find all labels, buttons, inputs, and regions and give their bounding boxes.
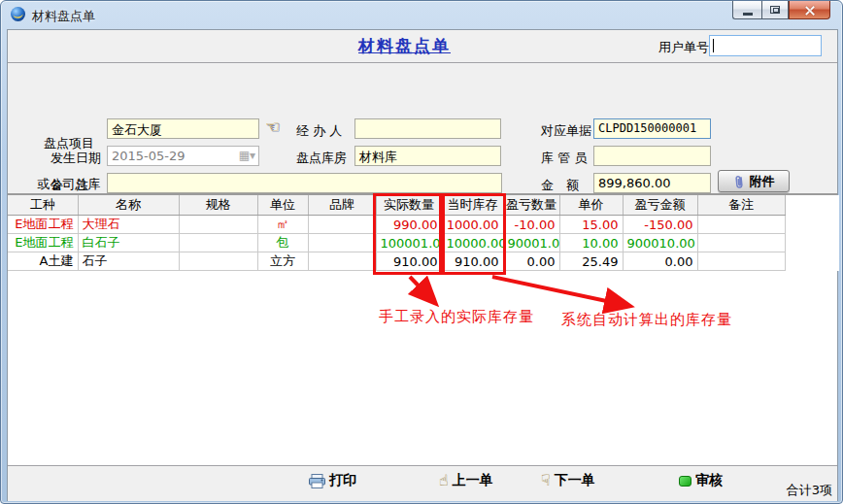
cell[interactable]: A土建 <box>8 252 78 271</box>
cell[interactable]: 25.49 <box>559 252 623 271</box>
cell[interactable] <box>179 216 257 234</box>
cell[interactable]: 包 <box>257 234 308 252</box>
window-controls <box>732 1 830 20</box>
chevron-down-icon: ▾ <box>250 149 255 162</box>
maximize-button[interactable] <box>761 1 789 19</box>
col-gainloss-amount: 盈亏金额 <box>623 195 697 216</box>
user-no-label: 用户单号 <box>658 39 709 56</box>
operator-field[interactable] <box>354 118 501 139</box>
audit-button[interactable]: 审核 <box>679 472 723 489</box>
cell[interactable] <box>697 216 785 234</box>
attachment-button[interactable]: 附件 <box>718 170 790 192</box>
cell[interactable] <box>697 234 785 252</box>
warehouse-field[interactable]: 材料库 <box>354 146 501 166</box>
window-content: 材料盘点单 用户单号 盘点项目 或公司总库 金石大厦 ☜ 经 办 人 对应单据 … <box>7 29 838 501</box>
form-area: 盘点项目 或公司总库 金石大厦 ☜ 经 办 人 对应单据 CLPDD150000… <box>8 64 837 193</box>
bottom-toolbar: 打印 ☝ 上一单 ☟ 下一单 审核 合计3项 <box>8 465 837 501</box>
window-title: 材料盘点单 <box>32 8 95 25</box>
doc-no-field[interactable]: CLPDD150000001 <box>593 118 711 139</box>
calendar-icon: ▦ <box>239 149 250 162</box>
total-count-label: 合计3项 <box>787 482 832 499</box>
minimize-icon <box>743 13 753 16</box>
col-brand: 品牌 <box>308 195 376 216</box>
cell[interactable] <box>179 234 257 252</box>
paperclip-icon <box>732 173 746 189</box>
cell[interactable]: E地面工程 <box>8 216 78 234</box>
col-name: 名称 <box>78 195 179 216</box>
col-spec: 规格 <box>179 195 257 216</box>
doc-no-label: 对应单据 <box>541 122 591 140</box>
audit-status-icon <box>679 476 691 487</box>
cell[interactable]: -10.00 <box>503 216 559 234</box>
remark-field[interactable] <box>107 173 502 193</box>
col-remark: 备注 <box>697 195 785 216</box>
app-icon <box>10 6 26 22</box>
cell[interactable]: 10.00 <box>559 234 623 252</box>
cell[interactable] <box>308 234 376 252</box>
remark-label: 备 注 <box>51 177 88 194</box>
cell[interactable]: E地面工程 <box>8 234 78 252</box>
cell[interactable]: -150.00 <box>623 216 697 234</box>
amount-field[interactable]: 899,860.00 <box>593 173 711 193</box>
col-filler <box>785 195 839 216</box>
cell[interactable]: 白石子 <box>78 234 179 252</box>
date-field[interactable]: 2015-05-29 ▦ ▾ <box>107 146 259 166</box>
highlight-box-actual-qty <box>373 193 445 275</box>
text-caret <box>713 39 714 52</box>
close-button[interactable] <box>789 1 830 19</box>
date-picker-controls[interactable]: ▦ ▾ <box>239 149 255 162</box>
cell[interactable] <box>308 216 376 234</box>
annotation-left: 手工录入的实际库存量 <box>379 308 534 326</box>
keeper-label: 库 管 员 <box>541 150 587 167</box>
maximize-icon <box>770 6 780 14</box>
cell[interactable]: 大理石 <box>78 216 179 234</box>
col-gainloss-qty: 盈亏数量 <box>503 195 559 216</box>
cell[interactable]: 立方 <box>257 252 308 271</box>
date-label: 发生日期 <box>51 150 101 167</box>
cell[interactable]: 0.00 <box>623 252 697 271</box>
cell[interactable]: 900010.00 <box>623 234 697 252</box>
keeper-field[interactable] <box>593 146 711 166</box>
hand-down-icon: ☟ <box>541 474 551 487</box>
printer-icon <box>309 474 325 488</box>
grid-area: 工种 名称 规格 单位 品牌 实际数量 当时库存 盈亏数量 单价 盈亏金额 备注 <box>8 193 837 465</box>
cell[interactable] <box>179 252 257 271</box>
cell[interactable] <box>308 252 376 271</box>
cell[interactable]: 0.00 <box>503 252 559 271</box>
amount-label: 金 额 <box>541 177 579 194</box>
col-worktype: 工种 <box>8 195 78 216</box>
cell[interactable]: ㎡ <box>257 216 308 234</box>
close-icon <box>804 5 815 16</box>
previous-order-button[interactable]: ☝ 上一单 <box>439 472 493 489</box>
highlight-box-stock-then <box>439 193 506 275</box>
lookup-hand-icon[interactable]: ☜ <box>265 117 280 136</box>
print-button[interactable]: 打印 <box>309 472 356 489</box>
project-field[interactable]: 金石大厦 <box>107 118 259 139</box>
page-title: 材料盘点单 <box>358 35 451 57</box>
header-strip: 材料盘点单 用户单号 <box>8 30 837 63</box>
cell[interactable]: 15.00 <box>559 216 623 234</box>
col-unit-price: 单价 <box>559 195 623 216</box>
titlebar: 材料盘点单 <box>1 1 842 29</box>
warehouse-label: 盘点库房 <box>296 150 347 167</box>
annotation-right: 系统自动计算出的库存量 <box>561 311 732 329</box>
cell[interactable] <box>697 252 785 271</box>
hand-up-icon: ☝ <box>439 474 449 487</box>
next-order-button[interactable]: ☟ 下一单 <box>541 472 595 489</box>
cell[interactable]: 石子 <box>78 252 179 271</box>
user-no-input[interactable] <box>709 35 822 56</box>
operator-label: 经 办 人 <box>296 122 342 140</box>
col-unit: 单位 <box>257 195 308 216</box>
cell[interactable]: 90001.00 <box>503 234 559 252</box>
minimize-button[interactable] <box>732 1 761 19</box>
app-window: 材料盘点单 材料盘点单 用户单号 盘点项目 或公司总库 金石大厦 ☜ 经 办 人… <box>0 0 843 504</box>
